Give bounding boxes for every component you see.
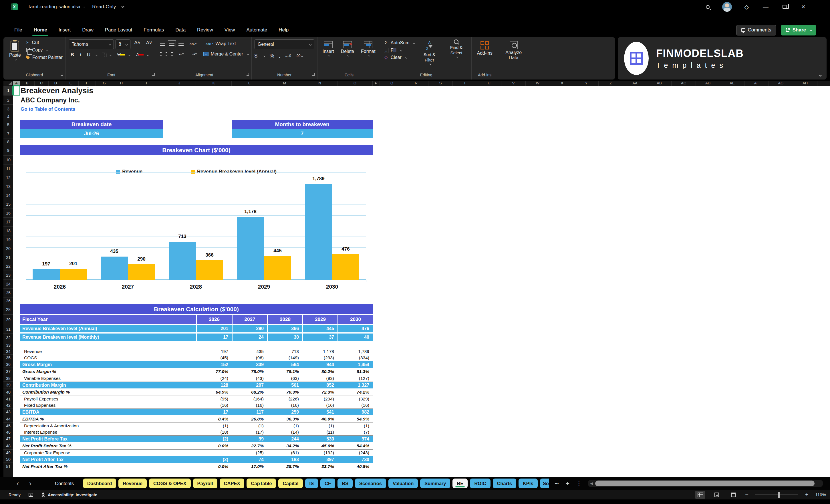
column-header-AG[interactable]: AG	[769, 81, 793, 86]
row-label[interactable]: Gross Margin	[20, 361, 196, 368]
table-cell[interactable]: 64.9%	[196, 388, 232, 396]
table-cell[interactable]: 0.0%	[196, 463, 232, 470]
sheet-tab-dashboard[interactable]: Dashboard	[83, 478, 116, 488]
row-header-34[interactable]: 34	[3, 348, 13, 355]
column-header-E[interactable]: E	[63, 81, 78, 86]
row-header-43[interactable]: 43	[3, 408, 13, 415]
column-header-C[interactable]: C	[35, 81, 49, 86]
table-cell[interactable]: (93)	[302, 375, 338, 382]
menu-tab-formulas[interactable]: Formulas	[138, 25, 169, 35]
table-cell[interactable]	[267, 342, 302, 348]
table-cell[interactable]: 297	[232, 382, 267, 388]
table-cell[interactable]: 99	[232, 436, 267, 442]
row-header-4[interactable]: 4	[3, 113, 13, 120]
analyze-data-button[interactable]: Analyze Data	[501, 41, 526, 60]
alignment-dialog-launcher-icon[interactable]	[247, 73, 249, 76]
fiscal-year-header-row[interactable]: Fiscal Year 20262027202820292030	[20, 315, 373, 325]
row-label[interactable]: Payroll Expenses	[20, 396, 196, 402]
zoom-slider[interactable]	[755, 495, 798, 495]
table-cell[interactable]: 8.4%	[196, 415, 232, 422]
row-header-40[interactable]: 40	[3, 388, 13, 396]
table-cell[interactable]: -	[196, 450, 232, 456]
row-header-7[interactable]: 7	[3, 129, 13, 138]
table-cell[interactable]: 81.3%	[338, 368, 373, 375]
row-header-3[interactable]: 3	[3, 105, 13, 113]
column-header-X[interactable]: X	[550, 81, 574, 86]
table-cell[interactable]: 72.3%	[302, 388, 338, 396]
table-cell[interactable]: (16)	[302, 402, 338, 408]
menu-tab-file[interactable]: File	[8, 25, 28, 35]
row-header-47[interactable]: 47	[3, 435, 13, 442]
table-cell[interactable]: (132)	[302, 450, 338, 456]
table-cell[interactable]: 79.1%	[267, 368, 302, 375]
table-cell[interactable]: 974	[338, 436, 373, 442]
table-cell[interactable]: (16)	[267, 402, 302, 408]
table-cell[interactable]: 564	[267, 361, 302, 368]
table-cell[interactable]: 37	[302, 334, 338, 341]
table-cell[interactable]: (63)	[267, 375, 302, 382]
sheet-tab-revenue[interactable]: Revenue	[119, 478, 147, 488]
column-header-AH[interactable]: AH	[793, 81, 818, 86]
column-header-Z[interactable]: Z	[599, 81, 623, 86]
table-cell[interactable]: (43)	[232, 375, 267, 382]
font-size-select[interactable]: 8	[116, 39, 131, 49]
row-label[interactable]: Net Profit After Tax	[20, 456, 196, 463]
table-cell[interactable]: 17.0%	[232, 463, 267, 470]
table-cell[interactable]: 74	[232, 456, 267, 463]
row-header-46[interactable]: 46	[3, 429, 13, 435]
sheet-menu-button[interactable]: ⋮	[573, 480, 585, 486]
table-cell[interactable]: (61)	[267, 450, 302, 456]
sheet-tab-so[interactable]: So	[540, 478, 549, 488]
title-chevron-icon[interactable]	[122, 5, 124, 8]
table-cell[interactable]: 45.0%	[302, 442, 338, 449]
table-cell[interactable]: 259	[267, 409, 302, 415]
row-header-35[interactable]: 35	[3, 355, 13, 361]
table-cell[interactable]: 40	[338, 334, 373, 341]
row-label[interactable]: Revenue	[20, 348, 196, 355]
table-cell[interactable]: 152	[196, 361, 232, 368]
table-cell[interactable]: (16)	[196, 402, 232, 408]
table-cell[interactable]: 1,789	[338, 348, 373, 355]
table-cell[interactable]: (24)	[196, 375, 232, 382]
fiscal-year-2030[interactable]: 2030	[338, 315, 373, 324]
table-cell[interactable]: 78.0%	[232, 368, 267, 375]
row-label[interactable]: EBITDA %	[20, 415, 196, 422]
row-header-20[interactable]: 20	[3, 244, 13, 253]
table-cell[interactable]: 68.2%	[232, 388, 267, 396]
row-label[interactable]: Variable Expenses	[20, 375, 196, 382]
addins-button[interactable]: Add-ins	[475, 41, 494, 56]
worksheet-grid[interactable]: Breakeven Analysis ABC Company Inc. Go t…	[13, 86, 830, 477]
table-cell[interactable]: 17	[196, 334, 232, 341]
column-header-F[interactable]: F	[78, 81, 96, 86]
table-cell[interactable]: (1)	[302, 423, 338, 429]
table-cell[interactable]: (16)	[338, 402, 373, 408]
select-all-corner[interactable]	[3, 81, 13, 86]
row-header-33[interactable]: 33	[3, 342, 13, 348]
table-cell[interactable]: (1)	[232, 423, 267, 429]
menu-tab-help[interactable]: Help	[273, 25, 294, 35]
column-header-AD[interactable]: AD	[696, 81, 720, 86]
increase-font-button[interactable]: A˄	[132, 39, 142, 49]
row-header-32[interactable]: 32	[3, 334, 13, 342]
sheet-tab-scenarios[interactable]: Scenarios	[355, 478, 386, 488]
align-center-button[interactable]	[166, 52, 167, 56]
sheet-tab-roic[interactable]: ROIC	[470, 478, 490, 488]
paste-button[interactable]: Paste	[6, 39, 24, 62]
cut-button[interactable]: ✂ Cut	[26, 40, 63, 45]
row-header-21[interactable]: 21	[3, 253, 13, 262]
table-cell[interactable]: 54.9%	[338, 415, 373, 422]
row-header-9[interactable]: 9	[3, 145, 13, 156]
table-cell[interactable]: (329)	[338, 396, 373, 402]
column-header-U[interactable]: U	[477, 81, 501, 86]
table-cell[interactable]: (127)	[338, 375, 373, 382]
row-header-26[interactable]: 26	[3, 297, 13, 304]
font-family-select[interactable]: Tahoma	[69, 39, 114, 49]
table-cell[interactable]: 435	[232, 348, 267, 355]
underline-chevron-icon[interactable]	[96, 54, 98, 56]
column-header-AA[interactable]: AA	[623, 81, 647, 86]
row-label[interactable]: Contribution Margin %	[20, 388, 196, 396]
new-sheet-button[interactable]: +	[562, 479, 573, 487]
menu-tab-insert[interactable]: Insert	[53, 25, 77, 35]
table-cell[interactable]	[196, 342, 232, 348]
row-header-42[interactable]: 42	[3, 402, 13, 408]
